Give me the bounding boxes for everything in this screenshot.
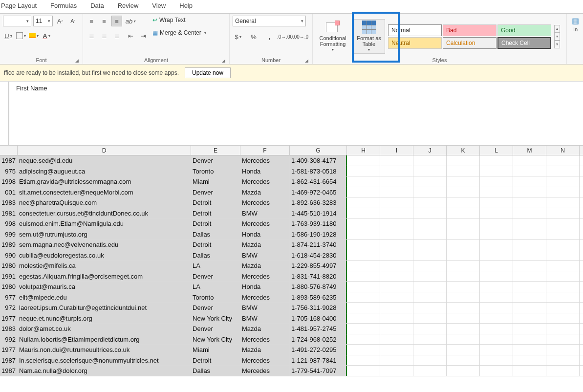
cell-m[interactable]: [513, 282, 546, 292]
cell-d[interactable]: dolor@amet.co.uk: [18, 324, 191, 334]
cell-l[interactable]: [480, 261, 513, 271]
column-header-G[interactable]: G: [290, 146, 347, 155]
cell-i[interactable]: [380, 271, 413, 282]
cell-c[interactable]: 1977: [0, 345, 18, 355]
cell-e[interactable]: New York City: [191, 313, 240, 324]
cell-f[interactable]: Mazda: [240, 240, 290, 250]
cell-l[interactable]: [480, 303, 513, 313]
cell-i[interactable]: [380, 166, 413, 176]
cell-l[interactable]: [480, 187, 513, 197]
menu-tab-page-layout[interactable]: Page Layout: [1, 2, 37, 9]
cell-j[interactable]: [413, 166, 447, 176]
cell-n[interactable]: [546, 324, 580, 334]
cell-l[interactable]: [480, 197, 513, 208]
cell-j[interactable]: [413, 324, 447, 334]
cell-j[interactable]: [413, 303, 447, 313]
cell-j[interactable]: [413, 218, 447, 229]
cell-e[interactable]: Detroit: [191, 240, 240, 250]
cell-g[interactable]: 1-481-957-2745: [290, 324, 347, 334]
cell-e[interactable]: Detroit: [191, 208, 240, 218]
cell-c[interactable]: 998: [0, 218, 18, 229]
cell-n[interactable]: [546, 187, 580, 197]
cell-h[interactable]: [347, 176, 380, 187]
font-color-icon[interactable]: A: [41, 30, 52, 41]
cell-i[interactable]: [380, 282, 413, 292]
cell-d[interactable]: volutpat@mauris.ca: [18, 282, 191, 292]
cell-i[interactable]: [380, 345, 413, 355]
cell-e[interactable]: Toronto: [191, 292, 240, 303]
align-middle-icon[interactable]: ≡: [99, 16, 109, 26]
cell-h[interactable]: [347, 208, 380, 218]
cell-c[interactable]: 001: [0, 187, 18, 197]
cell-style-normal[interactable]: Normal: [388, 24, 442, 36]
cell-l[interactable]: [480, 208, 513, 218]
cell-g[interactable]: 1-121-987-7841: [290, 355, 347, 366]
cell-m[interactable]: [513, 187, 546, 197]
cell-m[interactable]: [513, 166, 546, 176]
cell-k[interactable]: [447, 271, 480, 282]
cell-n[interactable]: [546, 292, 580, 303]
cell-k[interactable]: [447, 229, 480, 240]
cell-n[interactable]: [546, 155, 580, 166]
cell-j[interactable]: [413, 176, 447, 187]
cell-d[interactable]: elit@mipede.edu: [18, 292, 191, 303]
cell-g[interactable]: 1-469-972-0465: [290, 187, 347, 197]
cell-h[interactable]: [347, 303, 380, 313]
cell-g[interactable]: 1-862-431-6654: [290, 176, 347, 187]
cell-l[interactable]: [480, 218, 513, 229]
cell-n[interactable]: [546, 355, 580, 366]
cell-h[interactable]: [347, 271, 380, 282]
cell-h[interactable]: [347, 240, 380, 250]
cell-l[interactable]: [480, 355, 513, 366]
cell-n[interactable]: [546, 345, 580, 355]
decrease-font-icon[interactable]: Aˇ: [67, 16, 78, 26]
cell-m[interactable]: [513, 345, 546, 355]
cell-k[interactable]: [447, 355, 480, 366]
cell-e[interactable]: LA: [191, 282, 240, 292]
cell-j[interactable]: [413, 208, 447, 218]
cell-k[interactable]: [447, 240, 480, 250]
cell-m[interactable]: [513, 366, 546, 376]
font-name-combo[interactable]: ▾: [3, 16, 31, 26]
cell-e[interactable]: Denver: [191, 271, 240, 282]
cell-d[interactable]: Etiam.gravida@ultriciessemmagna.com: [18, 176, 191, 187]
alignment-launcher-icon[interactable]: ◢: [222, 58, 225, 63]
cell-i[interactable]: [380, 240, 413, 250]
cell-k[interactable]: [447, 261, 480, 271]
cell-k[interactable]: [447, 345, 480, 355]
cell-m[interactable]: [513, 218, 546, 229]
cell-m[interactable]: [513, 303, 546, 313]
cell-e[interactable]: Detroit: [191, 197, 240, 208]
cell-i[interactable]: [380, 187, 413, 197]
cell-i[interactable]: [380, 292, 413, 303]
cell-g[interactable]: 1-779-541-7097: [290, 366, 347, 376]
cell-f[interactable]: BMW: [240, 250, 290, 261]
cell-j[interactable]: [413, 366, 447, 376]
cell-h[interactable]: [347, 313, 380, 324]
menu-tab-formulas[interactable]: Formulas: [50, 2, 77, 9]
cell-j[interactable]: [413, 187, 447, 197]
cell-k[interactable]: [447, 166, 480, 176]
cell-h[interactable]: [347, 218, 380, 229]
cell-style-neutral[interactable]: Neutral: [388, 37, 442, 49]
cell-k[interactable]: [447, 176, 480, 187]
cell-e[interactable]: Dallas: [191, 366, 240, 376]
cell-c[interactable]: 1980: [0, 261, 18, 271]
cell-c[interactable]: 1998: [0, 176, 18, 187]
wrap-text-button[interactable]: ↩ Wrap Text: [151, 16, 207, 24]
number-format-combo[interactable]: General▾: [233, 16, 306, 26]
align-center-icon[interactable]: ≣: [99, 30, 109, 41]
cell-h[interactable]: [347, 197, 380, 208]
cell-e[interactable]: Miami: [191, 176, 240, 187]
cell-c[interactable]: 975: [0, 166, 18, 176]
cell-l[interactable]: [480, 292, 513, 303]
cell-h[interactable]: [347, 366, 380, 376]
cell-e[interactable]: Dallas: [191, 229, 240, 240]
cell-f[interactable]: Honda: [240, 229, 290, 240]
menu-tab-data[interactable]: Data: [90, 2, 104, 9]
update-now-button[interactable]: Update now: [185, 67, 231, 78]
column-header-E[interactable]: E: [191, 146, 240, 155]
cell-l[interactable]: [480, 240, 513, 250]
cell-j[interactable]: [413, 271, 447, 282]
cell-l[interactable]: [480, 324, 513, 334]
